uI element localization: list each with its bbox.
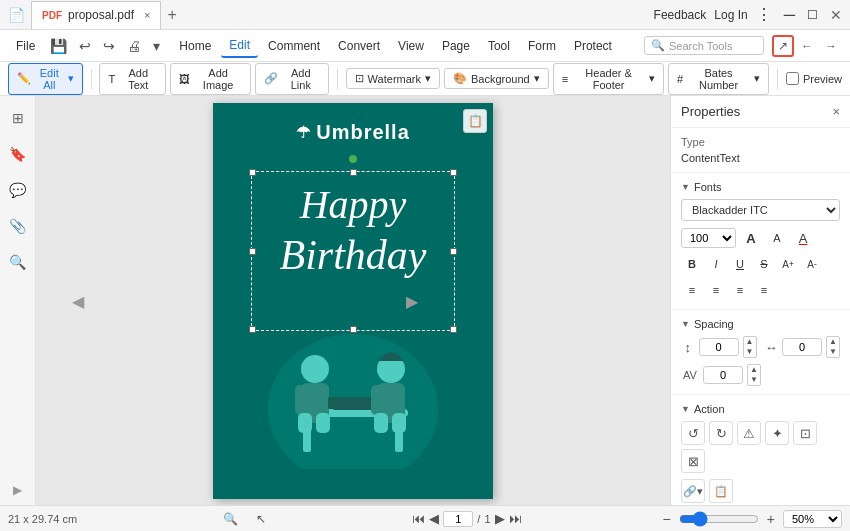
menu-home[interactable]: Home	[171, 35, 219, 57]
scroll-right-arrow-icon[interactable]: ▶	[406, 291, 418, 310]
maximize-button[interactable]: ☐	[807, 8, 818, 22]
char-spacing-spinner[interactable]: ▲ ▼	[826, 336, 840, 358]
panel-close-button[interactable]: ×	[832, 104, 840, 119]
align-justify-button[interactable]: ≡	[753, 279, 775, 301]
menu-view[interactable]: View	[390, 35, 432, 57]
zoom-out-icon[interactable]: 🔍	[218, 509, 243, 529]
handle-tl[interactable]	[249, 169, 256, 176]
close-tab-button[interactable]: ×	[144, 9, 150, 21]
char-spacing-input[interactable]	[782, 338, 822, 356]
subscript-button[interactable]: A-	[801, 253, 823, 275]
preview-checkbox[interactable]	[786, 72, 799, 85]
add-image-button[interactable]: 🖼 Add Image	[170, 63, 251, 95]
login-link[interactable]: Log In	[714, 8, 747, 22]
handle-tm[interactable]	[350, 169, 357, 176]
flip-icon[interactable]: ⚠	[737, 421, 761, 445]
font-color-icon[interactable]: A	[792, 227, 814, 249]
align-left-button[interactable]: ≡	[681, 279, 703, 301]
menu-comment[interactable]: Comment	[260, 35, 328, 57]
menu-tool[interactable]: Tool	[480, 35, 518, 57]
bookmark-icon[interactable]: 🔖	[4, 140, 32, 168]
back-button[interactable]: ←	[796, 36, 818, 56]
zoom-in-button[interactable]: +	[767, 511, 775, 527]
background-button[interactable]: 🎨 Background ▾	[444, 68, 549, 89]
document-tab[interactable]: PDF proposal.pdf ×	[31, 1, 161, 29]
close-button[interactable]: ✕	[830, 7, 842, 23]
comment-icon[interactable]: 💬	[4, 176, 32, 204]
spin-down-3-icon[interactable]: ▼	[748, 375, 760, 385]
copy-button[interactable]: 📋	[463, 109, 487, 133]
attachment-icon[interactable]: 📎	[4, 212, 32, 240]
menu-convert[interactable]: Convert	[330, 35, 388, 57]
preview-checkbox-label[interactable]: Preview	[786, 72, 842, 85]
prev-page-button[interactable]: ◀	[429, 511, 439, 526]
spin-up-icon[interactable]: ▲	[744, 337, 756, 347]
word-spacing-input[interactable]	[703, 366, 743, 384]
strikethrough-button[interactable]: S	[753, 253, 775, 275]
menu-dots-icon[interactable]: ⋮	[756, 5, 772, 24]
menu-form[interactable]: Form	[520, 35, 564, 57]
link-action-icon[interactable]: 🔗▾	[681, 479, 705, 503]
bold-button[interactable]: B	[681, 253, 703, 275]
expand-arrow[interactable]: ▶	[13, 483, 22, 497]
underline-button[interactable]: U	[729, 253, 751, 275]
menu-page[interactable]: Page	[434, 35, 478, 57]
minimize-button[interactable]: ─	[784, 6, 795, 24]
move-icon[interactable]: ✦	[765, 421, 789, 445]
next-page-button[interactable]: ▶	[495, 511, 505, 526]
watermark-button[interactable]: ⊡ Watermark ▾	[346, 68, 440, 89]
last-page-button[interactable]: ⏭	[509, 511, 522, 526]
search-tools-box[interactable]: 🔍 Search Tools	[644, 36, 764, 55]
edit-all-button[interactable]: ✏️ Edit All ▾	[8, 63, 83, 95]
font-size-select[interactable]: 100	[681, 228, 736, 248]
first-page-button[interactable]: ⏮	[412, 511, 425, 526]
file-menu[interactable]: File	[8, 35, 43, 57]
line-spacing-input[interactable]	[699, 338, 739, 356]
zoom-level-select[interactable]: 50% 75% 100% 125% 150%	[783, 510, 842, 528]
more-button[interactable]: ▾	[148, 35, 165, 57]
undo-button[interactable]: ↩	[74, 35, 96, 57]
forward-button[interactable]: →	[820, 36, 842, 56]
crop-icon[interactable]: ⊡	[793, 421, 817, 445]
thumbnail-icon[interactable]: ⊞	[4, 104, 32, 132]
zoom-slider[interactable]	[679, 511, 759, 527]
search-icon[interactable]: 🔍	[4, 248, 32, 276]
bates-number-button[interactable]: # Bates Number ▾	[668, 63, 769, 95]
rotate-cw-icon[interactable]: ↻	[709, 421, 733, 445]
spin-up-2-icon[interactable]: ▲	[827, 337, 839, 347]
feedback-link[interactable]: Feedback	[654, 8, 707, 22]
align-right-button[interactable]: ≡	[729, 279, 751, 301]
menu-edit[interactable]: Edit	[221, 34, 258, 58]
italic-button[interactable]: I	[705, 253, 727, 275]
external-link-button[interactable]: ↗	[772, 35, 794, 57]
rotate-ccw-icon[interactable]: ↺	[681, 421, 705, 445]
menu-protect[interactable]: Protect	[566, 35, 620, 57]
add-text-button[interactable]: T Add Text	[99, 63, 166, 95]
print-button[interactable]: 🖨	[122, 35, 146, 57]
spin-up-3-icon[interactable]: ▲	[748, 365, 760, 375]
zoom-out-button[interactable]: −	[663, 511, 671, 527]
handle-ml[interactable]	[249, 248, 256, 255]
handle-mr[interactable]	[450, 248, 457, 255]
copy-action-icon[interactable]: 📋	[709, 479, 733, 503]
spin-down-2-icon[interactable]: ▼	[827, 347, 839, 357]
extract-icon[interactable]: ⊠	[681, 449, 705, 473]
redo-button[interactable]: ↪	[98, 35, 120, 57]
header-footer-button[interactable]: ≡ Header & Footer ▾	[553, 63, 664, 95]
cursor-tool-icon[interactable]: ↖	[251, 509, 271, 529]
new-tab-button[interactable]: +	[167, 6, 176, 24]
handle-tr[interactable]	[450, 169, 457, 176]
canvas-area[interactable]: ◀ 📋 ☂ Umbrella	[36, 96, 670, 505]
word-spacing-spinner[interactable]: ▲ ▼	[747, 364, 761, 386]
superscript-button[interactable]: A+	[777, 253, 799, 275]
add-link-button[interactable]: 🔗 Add Link	[255, 63, 329, 95]
spin-down-icon[interactable]: ▼	[744, 347, 756, 357]
scroll-left-arrow-icon[interactable]: ◀	[72, 291, 84, 310]
font-size-a-small-icon[interactable]: A	[766, 227, 788, 249]
font-size-a-large-icon[interactable]: A	[740, 227, 762, 249]
line-spacing-spinner[interactable]: ▲ ▼	[743, 336, 757, 358]
align-center-button[interactable]: ≡	[705, 279, 727, 301]
page-number-input[interactable]	[443, 511, 473, 527]
save-button[interactable]: 💾	[45, 35, 72, 57]
font-family-select[interactable]: Blackadder ITC	[681, 199, 840, 221]
